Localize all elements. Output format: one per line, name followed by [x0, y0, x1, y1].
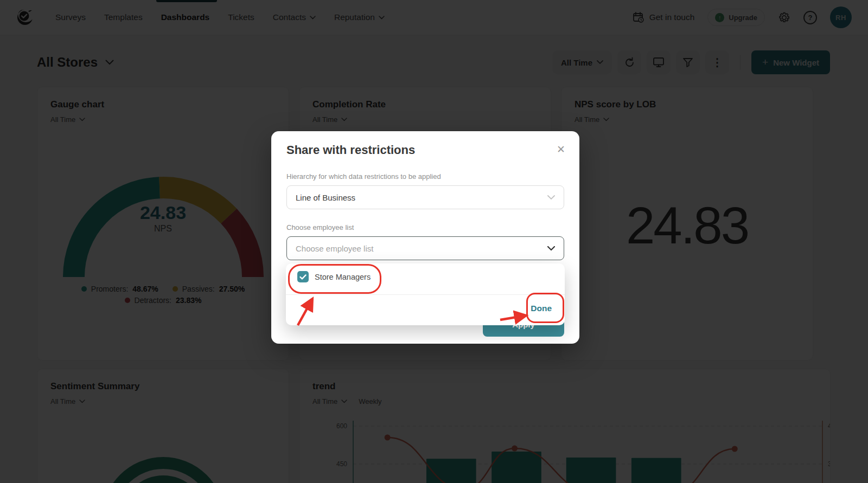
store-managers-option-label[interactable]: Store Managers: [315, 273, 371, 281]
employee-list-select[interactable]: Choose employee list: [286, 236, 564, 260]
employee-field-label: Choose employee list: [286, 223, 354, 231]
hierarchy-field-label: Hierarchy for which data restrictions to…: [286, 172, 441, 181]
checkmark-icon: [299, 274, 307, 280]
close-icon[interactable]: ✕: [557, 144, 565, 154]
employee-select-placeholder: Choose employee list: [296, 244, 373, 253]
hierarchy-selected-value: Line of Business: [296, 193, 355, 202]
chevron-down-icon: [547, 246, 555, 251]
hierarchy-select[interactable]: Line of Business: [286, 185, 564, 209]
store-managers-checkbox[interactable]: [297, 271, 309, 282]
chevron-down-icon: [547, 195, 555, 200]
employee-list-dropdown-panel: Store Managers Done: [286, 263, 565, 325]
modal-title: Share with restrictions: [286, 143, 415, 157]
done-button[interactable]: Done: [531, 304, 552, 313]
divider: [286, 294, 565, 295]
